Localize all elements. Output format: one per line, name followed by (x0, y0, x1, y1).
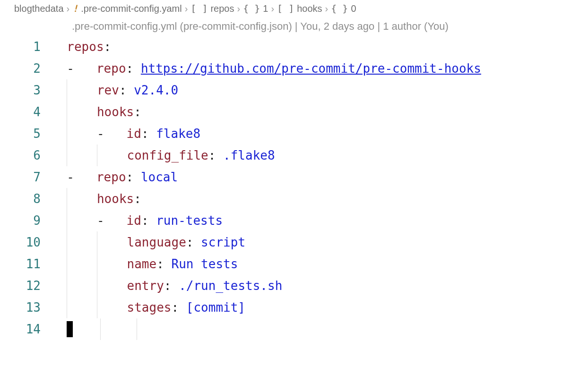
dash: - (67, 61, 74, 76)
yaml-key: repo (96, 61, 126, 76)
breadcrumb-segment[interactable]: 0 (351, 3, 356, 14)
colon: : (156, 257, 164, 271)
line-number: 11 (0, 253, 52, 275)
indent-guide (67, 231, 67, 253)
line-number: 4 (0, 101, 52, 123)
yaml-key: stages (127, 300, 172, 315)
dash: - (67, 170, 74, 184)
code-line[interactable]: 12 entry: ./run_tests.sh (0, 275, 588, 297)
indent-guide (137, 318, 137, 340)
indent-guide (67, 275, 67, 297)
code-line[interactable]: 14 (0, 318, 588, 340)
code-line[interactable]: 6 config_file: .flake8 (0, 145, 588, 166)
code-line[interactable]: 8 hooks: (0, 188, 588, 210)
indent-guide (67, 123, 67, 145)
colon: : (186, 235, 194, 249)
line-number: 10 (0, 231, 52, 253)
breadcrumb[interactable]: blogthedata › ! .pre-commit-config.yaml … (0, 0, 588, 17)
yaml-url[interactable]: https://github.com/pre-commit/pre-commit… (141, 61, 481, 76)
yaml-value: Run tests (172, 257, 238, 271)
breadcrumb-file[interactable]: .pre-commit-config.yaml (81, 3, 182, 14)
colon: : (141, 213, 149, 228)
colon: : (119, 83, 127, 97)
breadcrumb-sep: › (271, 3, 274, 14)
yaml-key: repo (96, 170, 126, 184)
code-line[interactable]: 10 language: script (0, 231, 588, 253)
line-number: 12 (0, 275, 52, 297)
indent-guide (97, 253, 97, 275)
breadcrumb-sep: › (325, 3, 329, 14)
yaml-key: hooks (97, 105, 134, 119)
indent-guide (67, 101, 67, 123)
array-icon: [ ] (190, 3, 208, 14)
code-line[interactable]: 2 - repo: https://github.com/pre-commit/… (0, 58, 588, 79)
yaml-key: id (127, 213, 141, 228)
yaml-value: v2.4.0 (134, 83, 178, 97)
code-line[interactable]: 4 hooks: (0, 101, 588, 123)
yaml-key: hooks (97, 192, 134, 206)
breadcrumb-segment[interactable]: hooks (297, 3, 322, 14)
colon: : (126, 170, 134, 184)
yaml-value: run-tests (156, 213, 223, 228)
yaml-key: entry (127, 279, 164, 293)
array-icon: [ ] (277, 3, 294, 14)
code-line[interactable]: 9 - id: run-tests (0, 210, 588, 231)
code-line[interactable]: 11 name: Run tests (0, 253, 588, 275)
breadcrumb-segment[interactable]: repos (210, 3, 234, 14)
line-number: 7 (0, 166, 52, 188)
code-lines[interactable]: 1 repos: 2 - repo: https://github.com/pr… (0, 36, 588, 340)
yaml-key: id (127, 127, 141, 141)
yaml-key: name (127, 257, 157, 271)
cursor (67, 321, 73, 337)
indent-guide (67, 297, 67, 318)
editor[interactable]: .pre-commit-config.yml (pre-commit-confi… (0, 17, 588, 340)
colon: : (134, 192, 141, 206)
line-number: 3 (0, 79, 52, 101)
yaml-value: .flake8 (223, 148, 275, 162)
breadcrumb-root[interactable]: blogthedata (14, 3, 64, 14)
breadcrumb-sep: › (185, 3, 188, 14)
yaml-value: local (141, 170, 178, 184)
code-line[interactable]: 5 - id: flake8 (0, 123, 588, 145)
yaml-value: ./run_tests.sh (179, 279, 282, 293)
yaml-key: config_file (127, 148, 208, 162)
line-number: 2 (0, 58, 52, 79)
codelens[interactable]: .pre-commit-config.yml (pre-commit-confi… (0, 17, 588, 36)
indent-guide (67, 253, 67, 275)
object-icon: { } (243, 3, 260, 14)
yaml-key: rev (97, 83, 119, 97)
indent-guide (67, 210, 67, 231)
indent-guide (100, 318, 101, 340)
line-number: 9 (0, 210, 52, 231)
line-number: 13 (0, 297, 52, 318)
line-number: 6 (0, 145, 52, 166)
line-number: 1 (0, 36, 52, 58)
indent-guide (97, 145, 97, 166)
code-line[interactable]: 1 repos: (0, 36, 588, 58)
breadcrumb-segment[interactable]: 1 (263, 3, 268, 14)
code-line[interactable]: 7 - repo: local (0, 166, 588, 188)
colon: : (208, 148, 216, 162)
indent-guide (67, 145, 67, 166)
colon: : (134, 105, 141, 119)
yaml-value: script (201, 235, 245, 249)
indent-guide (67, 79, 67, 101)
breadcrumb-sep: › (67, 3, 70, 14)
colon: : (141, 127, 149, 141)
indent-guide (97, 297, 97, 318)
yaml-key: language (127, 235, 186, 249)
yaml-value: flake8 (156, 127, 200, 141)
colon: : (164, 279, 172, 293)
dash: - (97, 213, 104, 228)
dash: - (97, 127, 104, 141)
code-line[interactable]: 3 rev: v2.4.0 (0, 79, 588, 101)
breadcrumb-sep: › (237, 3, 240, 14)
yaml-key: repos (67, 40, 104, 54)
indent-guide (67, 188, 67, 210)
object-icon: { } (331, 3, 348, 14)
indent-guide (97, 275, 97, 297)
indent-guide (97, 231, 97, 253)
code-line[interactable]: 13 stages: [commit] (0, 297, 588, 318)
line-number: 5 (0, 123, 52, 145)
colon: : (171, 300, 179, 315)
